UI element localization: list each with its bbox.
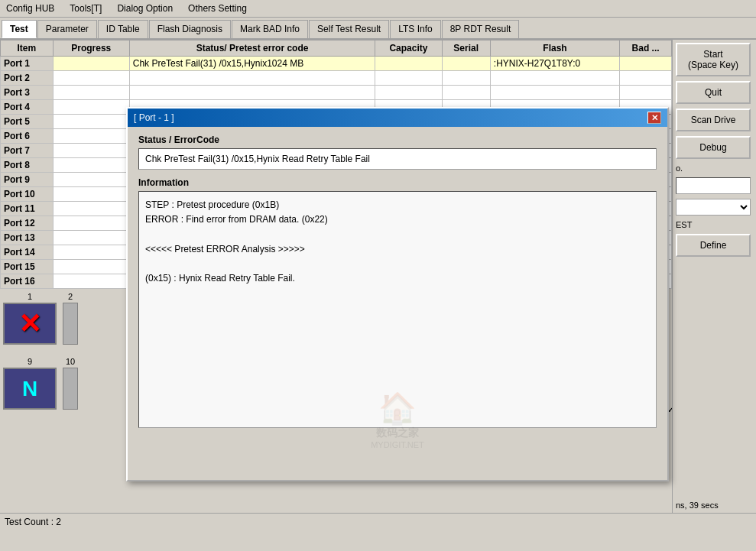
tab-test[interactable]: Test: [2, 20, 37, 38]
cell-progress-9: [53, 187, 129, 202]
info-line: STEP : Pretest procedure (0x1B): [145, 198, 650, 212]
tab-lts-info[interactable]: LTS Info: [390, 20, 440, 38]
cell-item-0: Port 1: [1, 57, 54, 71]
cell-item-3: Port 4: [1, 100, 54, 115]
cell-progress-12: [53, 231, 129, 245]
cell-status-2: [129, 86, 375, 100]
io-label: o.: [676, 164, 753, 173]
cell-flash-2: [490, 86, 619, 100]
col-status: Status/ Pretest error code: [129, 41, 375, 57]
timer-label: ns, 39 secs: [676, 501, 753, 510]
menu-bar: Config HUB Tools[T] Dialog Option Others…: [0, 0, 756, 18]
cell-progress-4: [53, 115, 129, 129]
modal-close-button[interactable]: ✕: [647, 112, 661, 124]
modal-info-box[interactable]: STEP : Pretest procedure (0x1B)ERROR : F…: [138, 191, 657, 428]
cell-progress-13: [53, 245, 129, 260]
define-button[interactable]: Define: [676, 234, 751, 257]
right-input-1[interactable]: [676, 177, 751, 194]
tab-mark-bad-info[interactable]: Mark BAD Info: [232, 20, 308, 38]
right-panel: Start(Space Key) Quit Scan Drive Debug o…: [672, 40, 756, 513]
menu-dialog-option[interactable]: Dialog Option: [114, 2, 176, 15]
thumb-1-container: 1 ✕ ✓: [3, 292, 57, 345]
test-label: EST: [676, 220, 753, 229]
cell-item-7: Port 8: [1, 158, 54, 173]
cell-progress-5: [53, 129, 129, 144]
col-item: Item: [1, 41, 54, 57]
cell-serial-1: [442, 71, 490, 86]
cell-item-12: Port 13: [1, 231, 54, 245]
cell-item-4: Port 5: [1, 115, 54, 129]
info-line: <<<<< Pretest ERROR Analysis >>>>>: [145, 242, 650, 257]
thumb-1-box[interactable]: ✕: [3, 303, 57, 345]
cell-item-8: Port 9: [1, 173, 54, 187]
cell-progress-2: [53, 86, 129, 100]
modal-body: Status / ErrorCode Chk PreTest Fail(31) …: [128, 127, 667, 436]
thumb-10-label: 10: [66, 357, 75, 366]
tab-bar: Test Parameter ID Table Flash Diagnosis …: [0, 18, 756, 40]
tab-flash-diagnosis[interactable]: Flash Diagnosis: [149, 20, 231, 38]
cell-bad-0: [620, 57, 672, 71]
info-section-label: Information: [138, 177, 657, 188]
status-bar: Test Count : 2: [0, 513, 756, 530]
tab-8p-rdt-result[interactable]: 8P RDT Result: [442, 20, 520, 38]
cell-item-13: Port 14: [1, 245, 54, 260]
modal-status-box: Chk PreTest Fail(31) /0x15,Hynix Read Re…: [138, 148, 657, 170]
table-row[interactable]: Port 1Chk PreTest Fail(31) /0x15,Hynix10…: [1, 57, 672, 71]
cell-item-15: Port 16: [1, 274, 54, 289]
cell-progress-6: [53, 144, 129, 158]
cell-progress-15: [53, 274, 129, 289]
cell-bad-1: [620, 71, 672, 86]
n-mark-icon: N: [22, 377, 37, 401]
col-serial: Serial: [442, 41, 490, 57]
cell-item-14: Port 15: [1, 260, 54, 274]
thumb-9-container: 9 N ✓: [3, 357, 57, 410]
thumb-9-label: 9: [28, 357, 32, 366]
scan-drive-button[interactable]: Scan Drive: [676, 109, 751, 131]
right-select[interactable]: [676, 199, 751, 216]
cell-progress-7: [53, 158, 129, 173]
tab-id-table[interactable]: ID Table: [98, 20, 148, 38]
info-line: [145, 257, 650, 271]
cell-flash-1: [490, 71, 619, 86]
modal-title: [ Port - 1 ]: [134, 112, 174, 123]
start-button[interactable]: Start(Space Key): [676, 43, 751, 76]
info-line: (0x15) : Hynix Read Retry Table Fail.: [145, 271, 650, 286]
tab-self-test-result[interactable]: Self Test Result: [309, 20, 389, 38]
menu-config-hub[interactable]: Config HUB: [3, 2, 57, 15]
menu-others-setting[interactable]: Others Setting: [185, 2, 250, 15]
table-row[interactable]: Port 2: [1, 71, 672, 86]
cell-status-0: Chk PreTest Fail(31) /0x15,Hynix1024 MB: [129, 57, 375, 71]
x-mark-icon: ✕: [18, 308, 41, 340]
cell-progress-0: [53, 57, 129, 71]
col-flash: Flash: [490, 41, 619, 57]
cell-progress-8: [53, 173, 129, 187]
modal-titlebar: [ Port - 1 ] ✕: [128, 109, 667, 127]
quit-button[interactable]: Quit: [676, 81, 751, 104]
modal-dialog: [ Port - 1 ] ✕ Status / ErrorCode Chk Pr…: [126, 107, 669, 481]
thumb-2-box[interactable]: [63, 303, 78, 345]
thumb-2-container: 2: [63, 292, 78, 345]
cell-progress-1: [53, 71, 129, 86]
status-text: Test Count : 2: [5, 517, 61, 527]
cell-item-10: Port 11: [1, 202, 54, 216]
cell-serial-0: [442, 57, 490, 71]
cell-status-1: [129, 71, 375, 86]
info-line: ERROR : Find error from DRAM data. (0x22…: [145, 212, 650, 227]
col-bad: Bad ...: [620, 41, 672, 57]
debug-button[interactable]: Debug: [676, 136, 751, 159]
menu-tools[interactable]: Tools[T]: [67, 2, 105, 15]
table-row[interactable]: Port 3: [1, 86, 672, 100]
cell-item-5: Port 6: [1, 129, 54, 144]
thumb-10-box[interactable]: [63, 368, 78, 410]
cell-item-11: Port 12: [1, 216, 54, 231]
cell-item-6: Port 7: [1, 144, 54, 158]
tab-parameter[interactable]: Parameter: [37, 20, 97, 38]
thumb-9-box[interactable]: N: [3, 368, 57, 410]
thumb-10-container: 10: [63, 357, 78, 410]
cell-item-2: Port 3: [1, 86, 54, 100]
info-line: [145, 227, 650, 241]
cell-bad-2: [620, 86, 672, 100]
thumb-1-label: 1: [28, 292, 32, 301]
status-section-label: Status / ErrorCode: [138, 135, 657, 145]
cell-progress-3: [53, 100, 129, 115]
